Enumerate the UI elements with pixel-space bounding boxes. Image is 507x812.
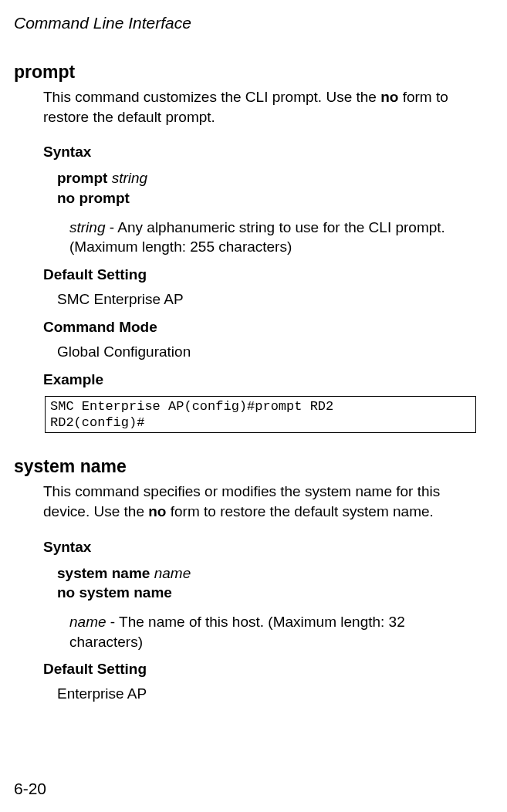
syntax-arg: string — [112, 170, 147, 186]
desc-suffix: form to restore the default system name. — [166, 503, 433, 519]
desc-bold: no — [380, 89, 398, 105]
default-value-prompt: SMC Enterprise AP — [57, 291, 476, 308]
syntax-block-prompt: prompt string no prompt — [57, 168, 476, 208]
default-heading: Default Setting — [43, 661, 476, 678]
syntax-heading: Syntax — [43, 144, 476, 161]
param-arg: string — [69, 219, 105, 235]
page-header: Command Line Interface — [14, 14, 476, 32]
default-heading: Default Setting — [43, 266, 476, 283]
param-block-systemname: name - The name of this host. (Maximum l… — [69, 612, 476, 651]
default-value-systemname: Enterprise AP — [57, 685, 476, 702]
syntax-kw-no: no prompt — [57, 190, 130, 206]
param-arg: name — [69, 614, 106, 630]
syntax-kw: system name — [57, 565, 150, 581]
command-desc-prompt: This command customizes the CLI prompt. … — [43, 87, 476, 127]
example-heading: Example — [43, 371, 476, 388]
param-desc: - Any alphanumeric string to use for the… — [69, 219, 445, 255]
page-number: 6-20 — [14, 780, 46, 798]
desc-prefix: This command customizes the CLI prompt. … — [43, 89, 380, 105]
param-desc: - The name of this host. (Maximum length… — [69, 614, 405, 650]
syntax-heading: Syntax — [43, 539, 476, 556]
syntax-arg: name — [154, 565, 191, 581]
command-heading-systemname: system name — [14, 456, 476, 477]
syntax-block-systemname: system name name no system name — [57, 563, 476, 603]
command-heading-prompt: prompt — [14, 62, 476, 83]
mode-heading: Command Mode — [43, 319, 476, 336]
example-box-prompt: SMC Enterprise AP(config)#prompt RD2 RD2… — [45, 396, 476, 434]
param-block-prompt: string - Any alphanumeric string to use … — [69, 218, 476, 257]
mode-value-prompt: Global Configuration — [57, 343, 476, 360]
syntax-kw-no: no system name — [57, 584, 172, 601]
desc-bold: no — [148, 503, 166, 519]
command-desc-systemname: This command specifies or modifies the s… — [43, 482, 476, 521]
syntax-kw: prompt — [57, 170, 107, 186]
